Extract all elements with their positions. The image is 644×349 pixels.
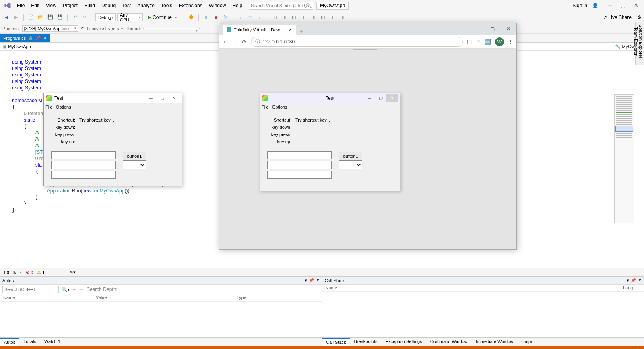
wf-menu-file[interactable]: File [45,105,53,109]
window-minimize[interactable]: ─ [364,96,375,101]
wf-menu-file[interactable]: File [262,105,269,109]
platform-dropdown[interactable]: Any CPU [117,13,143,21]
menu-edit[interactable]: Edit [28,1,43,10]
window-close[interactable]: ✕ [386,94,398,102]
browser-forward-icon[interactable]: → [232,39,238,45]
tb-icon[interactable]: ◫ [338,13,346,21]
menu-view[interactable]: View [43,1,60,10]
panel-pin-icon[interactable]: 📌 [309,278,314,283]
wf-menu-options[interactable]: Options [272,105,287,109]
browser-maximize[interactable]: ▢ [484,23,500,35]
menu-debug[interactable]: Debug [98,1,119,10]
text-input-1[interactable] [267,151,332,159]
tab-exceptions[interactable]: Exception Settings [382,338,426,346]
browser-back-icon[interactable]: ← [223,39,228,45]
autos-search-input[interactable] [2,286,59,293]
signin-link[interactable]: Sign in [572,3,587,8]
window-close[interactable]: ✕ [168,95,179,101]
extension-icon[interactable]: ⬚ [467,39,472,45]
menu-project[interactable]: Project [60,1,81,10]
liveshare-button[interactable]: ↗ Live Share ⚙ [603,14,642,20]
step-into-icon[interactable]: ↓ [236,13,244,21]
menu-build[interactable]: Build [81,1,98,10]
pause-icon[interactable]: ⏸ [202,13,210,21]
combo-box[interactable] [339,161,362,169]
browser-tab[interactable]: Thinfinity VirtualUI Development ✕ [223,25,296,35]
new-item-icon[interactable]: 📄 [27,13,35,21]
window-minimize[interactable]: ─ [145,96,157,101]
new-tab-button[interactable]: + [296,28,306,35]
col-value[interactable]: Value [93,294,233,301]
open-icon[interactable]: 📂 [37,13,45,21]
thread-dropdown[interactable] [143,28,200,29]
maximize-button[interactable]: ▢ [617,2,630,8]
next-issue-icon[interactable]: → [60,270,64,275]
bookmark-icon[interactable]: ☆ [476,39,481,45]
text-input-3[interactable] [51,171,116,179]
prev-issue-icon[interactable]: ← [50,270,55,275]
tab-callstack[interactable]: Call Stack [322,338,350,346]
redo-icon[interactable]: ↷ [80,13,89,21]
tb-icon[interactable]: ◫ [270,13,279,21]
tab-output[interactable]: Output [517,338,539,346]
text-input-3[interactable] [267,171,332,179]
panel-pin-icon[interactable]: 📌 [631,278,636,283]
search-icon[interactable]: 🔍 [306,3,312,8]
tab-locals[interactable]: Locals [19,338,40,346]
prev-result-icon[interactable]: ← [72,287,77,292]
step-out-icon[interactable]: ↑ [256,13,264,21]
window-maximize[interactable]: ▢ [375,95,386,101]
browser-menu-icon[interactable]: ⋮ [508,39,513,45]
stop-icon[interactable]: ⏹ [212,13,220,21]
error-count[interactable]: ⊘0 [26,270,33,275]
tab-immediate[interactable]: Immediate Window [472,338,518,346]
window-maximize[interactable]: ▢ [157,95,168,101]
browser-window[interactable]: Thinfinity VirtualUI Development ✕ + ─ ▢… [219,23,517,250]
winforms-window-web[interactable]: Test ─ ▢ ✕ File Options Shortcut:Try sho… [260,93,400,191]
user-icon[interactable]: 👤 [592,3,598,8]
settings-icon[interactable]: ⚙ [637,14,642,20]
undo-icon[interactable]: ↶ [71,13,79,21]
breadcrumb-left[interactable]: ▣ MyOwnApp [0,44,33,49]
code-minimap[interactable] [614,94,634,223]
step-icon[interactable]: 🔶 [187,13,195,21]
config-dropdown[interactable]: Debug [95,13,116,21]
solution-explorer-tab[interactable]: Solution Explorer [638,25,643,58]
tab-close-icon[interactable]: ✕ [289,27,292,33]
text-input-2[interactable] [51,161,116,169]
continue-button[interactable]: ▶Continue▾ [144,13,180,21]
zoom-level[interactable]: 100 % [3,270,16,275]
tab-breakpoints[interactable]: Breakpoints [350,338,382,346]
panel-dropdown-icon[interactable]: ▾ [627,278,629,283]
forward-icon[interactable]: ▶ [12,13,20,21]
tb-icon[interactable]: ◫ [280,13,288,21]
refresh-icon[interactable]: ↻ [81,26,85,31]
menu-help[interactable]: Help [229,1,246,10]
tab-close-icon[interactable]: ✕ [43,36,47,40]
lock-icon[interactable]: 🔒 [28,36,33,40]
team-explorer-tab[interactable]: Team Explorer [634,25,638,58]
button1[interactable]: button1 [339,152,362,161]
col-lang[interactable]: Lang [620,285,644,291]
browser-minimize[interactable]: ─ [468,23,484,35]
menu-file[interactable]: File [14,1,28,10]
pin-icon[interactable]: 📌 [35,35,41,41]
tb-icon[interactable]: ◫ [299,13,308,21]
address-bar[interactable]: ⓘ 127.0.0.1:6080 [251,37,463,47]
col-type[interactable]: Type [233,294,250,301]
tab-autos[interactable]: Autos [0,338,19,346]
site-info-icon[interactable]: ⓘ [255,38,260,45]
browser-reload-icon[interactable]: ⟳ [242,39,247,45]
tab-command[interactable]: Command Window [426,338,472,346]
tb-icon[interactable]: ◫ [309,13,317,21]
cleanup-icon[interactable]: ✎▾ [70,270,76,275]
menu-test[interactable]: Test [119,1,134,10]
tab-watch1[interactable]: Watch 1 [40,338,64,346]
tb-icon[interactable]: ◫ [290,13,298,21]
browser-close[interactable]: ✕ [500,23,516,35]
editor-tab[interactable]: Program.cs 🔒 📌 ✕ [0,34,50,42]
tb-icon[interactable]: ◫ [328,13,336,21]
menu-analyze[interactable]: Analyze [134,1,158,10]
back-icon[interactable]: ◀ [2,13,10,21]
panel-close-icon[interactable]: ✕ [316,278,320,283]
